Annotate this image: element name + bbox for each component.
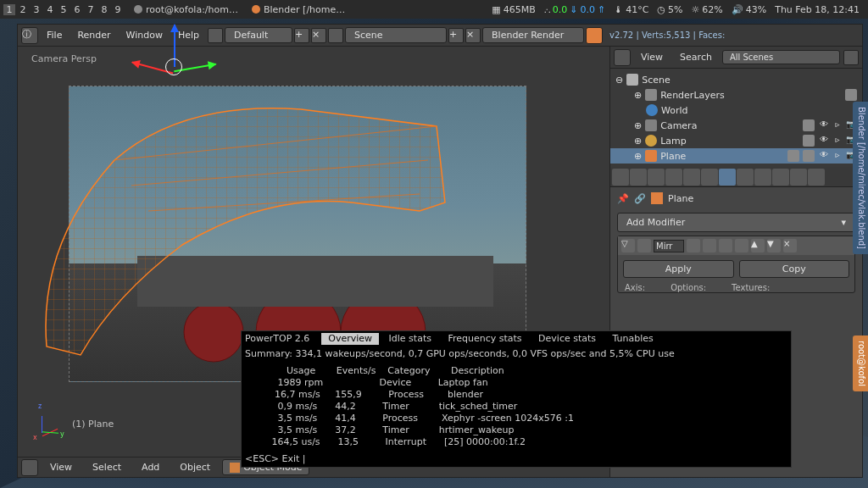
tree-renderlayers[interactable]: ⊕RenderLayers <box>610 87 862 103</box>
outliner-filter-button[interactable] <box>843 50 859 65</box>
modifier-mirror: ▽ ▲ ▼ × Apply Copy <box>617 236 855 293</box>
modifier-name-input[interactable] <box>654 240 684 252</box>
workspace-5[interactable]: 5 <box>58 4 70 15</box>
render-engine-dropdown[interactable]: Blender Render <box>482 27 584 43</box>
tree-lamp[interactable]: ⊕Lamp👁▹📷 <box>610 133 862 148</box>
net-down-value: 0.0 <box>553 4 568 15</box>
tab-modifiers[interactable] <box>719 169 736 186</box>
tray-brightness[interactable]: ☼62% <box>691 4 722 15</box>
add-layout-button[interactable]: + <box>294 28 309 43</box>
show-editmode-icon[interactable] <box>719 239 732 252</box>
label-options: Options: <box>670 283 706 292</box>
eye-icon[interactable]: 👁 <box>818 119 830 131</box>
workspace-2[interactable]: 2 <box>17 4 29 15</box>
tab-world[interactable] <box>665 169 682 186</box>
tab-scene[interactable] <box>648 169 665 186</box>
workspace-3[interactable]: 3 <box>31 4 42 15</box>
modifier-section-labels: Axis: Options: Textures: <box>618 283 854 292</box>
collapse-icon[interactable]: ▽ <box>621 239 635 252</box>
delete-modifier-icon[interactable]: × <box>783 239 797 252</box>
add-scene-button[interactable]: + <box>448 28 464 43</box>
apply-button[interactable]: Apply <box>623 260 734 278</box>
outliner-search-menu[interactable]: Search <box>673 52 719 63</box>
tray-cpu[interactable]: ◷5% <box>657 4 682 15</box>
tray-clock[interactable]: Thu Feb 18, 12:41 <box>775 4 860 15</box>
tab-texture[interactable] <box>772 169 789 186</box>
remove-scene-button[interactable]: × <box>465 28 481 43</box>
terminal-title-tab[interactable]: root@kofol <box>853 336 868 391</box>
tab-overview[interactable]: Overview <box>321 333 379 345</box>
footer-object[interactable]: Object <box>171 460 219 474</box>
tray-temp[interactable]: 🌡41°C <box>614 4 648 15</box>
show-viewport-icon[interactable] <box>703 239 716 252</box>
back-button[interactable] <box>208 28 223 43</box>
show-cage-icon[interactable] <box>735 239 748 252</box>
tab-frequency-stats[interactable]: Frequency stats <box>441 333 528 345</box>
copy-button[interactable]: Copy <box>739 260 850 278</box>
layout-dropdown[interactable]: Default <box>225 27 292 43</box>
workspace-9[interactable]: 9 <box>112 4 124 15</box>
outliner-type-icon[interactable] <box>614 49 631 66</box>
scene-dropdown[interactable]: Scene <box>345 27 447 43</box>
cursor-icon[interactable]: ▹ <box>832 119 843 131</box>
task-blender[interactable]: Blender [/home… <box>245 4 352 15</box>
tray-memory[interactable]: ▦465MB <box>492 4 535 15</box>
task-terminal[interactable]: root@kofola:/hom… <box>127 4 245 15</box>
workspace-8[interactable]: 8 <box>98 4 110 15</box>
table-row: 1989 rpm Device Laptop fan <box>245 377 787 389</box>
modifier-header: ▽ ▲ ▼ × <box>618 236 854 255</box>
workspace-7[interactable]: 7 <box>85 4 97 15</box>
tab-device-stats[interactable]: Device stats <box>531 333 603 345</box>
editor-type-3dview-icon[interactable] <box>21 459 38 476</box>
outliner-filter-dropdown[interactable]: All Scenes <box>722 50 840 64</box>
tab-renderlayers[interactable] <box>630 169 647 186</box>
eye-icon[interactable]: 👁 <box>818 150 830 162</box>
tab-constraints[interactable] <box>701 169 718 186</box>
tray-network[interactable]: ⸫0.0⇓0.0⇑ <box>544 4 605 15</box>
tab-data[interactable] <box>737 169 754 186</box>
editor-type-icon[interactable]: ⓘ <box>21 27 38 44</box>
tab-particles[interactable] <box>790 169 807 186</box>
powertop-footer: <ESC> Exit | <box>245 453 306 465</box>
move-up-icon[interactable]: ▲ <box>751 239 765 252</box>
footer-add[interactable]: Add <box>133 460 168 474</box>
scene-browse-button[interactable] <box>328 28 343 43</box>
move-down-icon[interactable]: ▼ <box>767 239 781 252</box>
menu-render[interactable]: Render <box>70 30 117 41</box>
eye-icon[interactable]: 👁 <box>818 135 830 147</box>
breadcrumb-object: Plane <box>668 193 693 204</box>
cursor-icon[interactable]: ▹ <box>832 135 843 147</box>
footer-view[interactable]: View <box>42 460 81 474</box>
tab-idle-stats[interactable]: Idle stats <box>382 333 438 345</box>
blender-menubar: ⓘ File Render Window Help Default + × Sc… <box>18 25 862 47</box>
show-render-icon[interactable] <box>687 239 700 252</box>
workspace-4[interactable]: 4 <box>44 4 56 15</box>
menu-window[interactable]: Window <box>120 30 170 41</box>
tab-render[interactable] <box>612 169 629 186</box>
renderlayers-icon <box>645 89 657 101</box>
remove-layout-button[interactable]: × <box>311 28 326 43</box>
outliner-view-menu[interactable]: View <box>634 52 670 63</box>
tree-plane[interactable]: ⊕Plane👁▹📷 <box>610 148 862 164</box>
footer-select[interactable]: Select <box>84 460 130 474</box>
gizmo-origin[interactable] <box>165 58 182 75</box>
tab-material[interactable] <box>754 169 771 186</box>
window-title-tab[interactable]: Blender [/home/mirec/vlak.blend] <box>853 102 868 254</box>
tree-scene[interactable]: ⊖Scene <box>610 72 862 87</box>
menu-file[interactable]: File <box>40 30 69 41</box>
tray-volume[interactable]: 🔊43% <box>732 4 766 15</box>
tree-world[interactable]: World <box>610 103 862 118</box>
workspace-6[interactable]: 6 <box>71 4 83 15</box>
table-row: 16,7 ms/s 155,9 Process blender <box>245 389 787 401</box>
pin-icon[interactable]: 📌 <box>617 193 629 204</box>
tab-physics[interactable] <box>808 169 825 186</box>
cursor-icon[interactable]: ▹ <box>832 150 843 162</box>
add-modifier-dropdown[interactable]: Add Modifier▾ <box>617 213 855 232</box>
powertop-terminal[interactable]: PowerTOP 2.6 Overview Idle stats Frequen… <box>241 330 792 468</box>
tab-tunables[interactable]: Tunables <box>606 333 660 345</box>
tab-object[interactable] <box>683 169 700 186</box>
svg-rect-3 <box>137 256 493 307</box>
workspace-1[interactable]: 1 <box>3 4 15 15</box>
volume-value: 43% <box>746 4 766 15</box>
tree-camera[interactable]: ⊕Camera👁▹📷 <box>610 118 862 133</box>
